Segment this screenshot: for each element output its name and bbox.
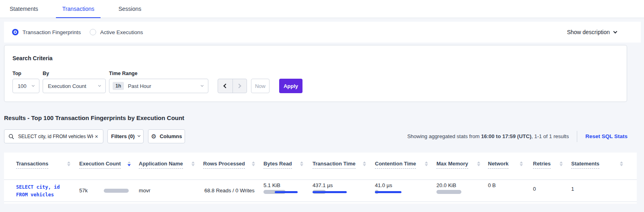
execution-count-value: 57k (79, 188, 88, 194)
bytes-read-bar (263, 190, 304, 194)
rows-processed-value: 68.8 Reads / 0 Writes (204, 188, 255, 194)
statements-value: 1 (571, 186, 574, 192)
sort-icon[interactable] (363, 161, 366, 166)
time-range-value: Past Hour (128, 83, 151, 89)
time-range-pager (218, 79, 247, 93)
max-memory-value: 20.0 KiB (436, 182, 456, 188)
by-field-label: By (43, 71, 49, 76)
sql-search-input[interactable] (17, 133, 94, 140)
transaction-time-bar (313, 190, 353, 194)
view-toggle-row: Transaction Fingerprints Active Executio… (4, 22, 641, 43)
search-criteria-title: Search Criteria (12, 55, 53, 61)
column-header-execution-count[interactable]: Execution Count (79, 161, 131, 169)
stats-time-range: 16:00 to 17:59 (UTC) (481, 133, 531, 139)
sort-icon[interactable] (252, 161, 255, 166)
column-header-contention-time[interactable]: Contention Time (375, 161, 428, 169)
gear-icon: ⚙ (151, 133, 156, 139)
filters-label: Filters (0) (111, 133, 135, 139)
contention-time-value: 41.0 µs (375, 182, 392, 188)
execution-count-bar (104, 189, 129, 193)
radio-label: Transaction Fingerprints (23, 29, 81, 35)
column-header-network[interactable]: Network (488, 161, 523, 169)
reset-sql-stats-link[interactable]: Reset SQL Stats (585, 133, 628, 139)
sort-icon[interactable] (191, 161, 195, 166)
vertical-divider (577, 131, 577, 142)
top-field-label: Top (12, 71, 21, 76)
by-select[interactable]: Execution Count (43, 79, 106, 93)
contention-time-bar (375, 190, 415, 194)
radio-active-executions[interactable]: Active Executions (90, 29, 143, 35)
tab-sessions[interactable]: Sessions (112, 0, 148, 18)
chevron-down-icon (98, 84, 101, 86)
by-select-value: Execution Count (48, 83, 86, 89)
chevron-right-icon (237, 84, 241, 88)
show-description-toggle[interactable]: Show description (567, 29, 617, 35)
top-select-value: 100 (18, 83, 27, 89)
time-range-next-button[interactable] (232, 79, 247, 93)
table-header-row: Transactions Execution Count Application… (4, 153, 637, 180)
sql-search-box[interactable]: × (4, 129, 103, 143)
sort-icon[interactable] (67, 161, 70, 166)
sort-icon[interactable] (620, 161, 623, 166)
radio-selected-icon[interactable] (12, 29, 19, 35)
sort-desc-icon[interactable] (128, 161, 131, 166)
chevron-down-icon (201, 84, 204, 86)
aggregated-stats-line: Showing aggregated stats from 16:00 to 1… (407, 129, 628, 143)
columns-button[interactable]: ⚙ Columns (148, 129, 185, 143)
sort-icon[interactable] (560, 161, 563, 166)
max-memory-bar (436, 190, 477, 194)
sort-icon[interactable] (425, 161, 428, 166)
now-button[interactable]: Now (251, 79, 270, 93)
column-header-statements[interactable]: Statements (571, 161, 623, 169)
sort-icon[interactable] (520, 161, 523, 166)
time-range-badge: 1h (113, 82, 124, 90)
time-range-select[interactable]: 1h Past Hour (109, 79, 208, 93)
show-description-label: Show description (567, 29, 610, 35)
column-header-retries[interactable]: Retries (533, 161, 563, 169)
tab-statements[interactable]: Statements (3, 0, 45, 18)
search-criteria-card: Search Criteria Top By Time Range 100 Ex… (4, 45, 627, 102)
filters-button[interactable]: Filters (0) (107, 129, 144, 143)
retries-value: 0 (533, 186, 536, 192)
clear-search-icon[interactable]: × (94, 133, 99, 140)
chevron-left-icon (224, 84, 228, 88)
tab-transactions[interactable]: Transactions (56, 0, 101, 18)
column-header-bytes-read[interactable]: Bytes Read (263, 161, 303, 169)
radio-transaction-fingerprints[interactable]: Transaction Fingerprints (12, 29, 81, 35)
table-row: SELECT city, id FROM vehicles 57k movr 6… (4, 180, 637, 202)
chevron-down-icon (32, 84, 35, 86)
network-value: 0 B (488, 182, 496, 188)
radio-unselected-icon[interactable] (90, 29, 96, 35)
bytes-read-value: 5.1 KiB (263, 182, 280, 188)
column-header-transactions[interactable]: Transactions (16, 161, 70, 169)
radio-label: Active Executions (100, 29, 143, 35)
page-tabbar: Statements Transactions Sessions (0, 0, 644, 18)
column-header-rows-processed[interactable]: Rows Processed (203, 161, 255, 169)
column-header-transaction-time[interactable]: Transaction Time (313, 161, 366, 169)
sort-icon[interactable] (477, 161, 480, 166)
stats-suffix: , 1-1 of 1 results (531, 133, 569, 139)
search-icon (8, 134, 14, 139)
column-header-application-name[interactable]: Application Name (139, 161, 195, 169)
time-range-field-label: Time Range (109, 71, 138, 76)
chevron-down-icon (138, 134, 140, 137)
chevron-down-icon (613, 29, 617, 33)
sort-icon[interactable] (300, 161, 303, 166)
transactions-table: Transactions Execution Count Application… (4, 153, 637, 204)
transaction-time-value: 437.1 µs (313, 182, 333, 188)
top-select[interactable]: 100 (12, 79, 39, 93)
apply-button[interactable]: Apply (279, 79, 302, 93)
stats-prefix: Showing aggregated stats from (407, 133, 481, 139)
time-range-prev-button[interactable] (218, 79, 232, 93)
results-heading: Results - Top 100 Transaction Fingerprin… (4, 114, 184, 121)
column-header-max-memory[interactable]: Max Memory (436, 161, 480, 169)
application-name-value: movr (139, 188, 150, 194)
columns-label: Columns (160, 133, 182, 139)
transaction-fingerprint-link[interactable]: SELECT city, id FROM vehicles (16, 183, 68, 199)
